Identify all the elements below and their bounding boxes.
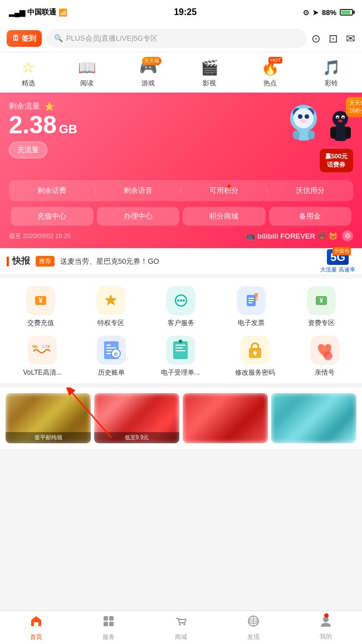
tequan-svg <box>103 293 119 308</box>
data-section: 剩余流量 ⭐ 2.38 GB 充流量 <box>9 101 77 158</box>
service-dianzi[interactable]: 电子受理单... <box>161 336 200 377</box>
location-nav-icon[interactable]: ⊙ <box>311 32 321 45</box>
service-grid-1: ¥ 交费充值 特权专区 <box>0 286 362 328</box>
service-kehu[interactable]: 客户服务 <box>167 286 195 328</box>
mine-badge <box>324 613 329 618</box>
tab-yingshi-label: 影视 <box>203 79 216 88</box>
bnav-shop-label: 商城 <box>175 633 187 641</box>
yingshi-icon: 🎬 <box>200 59 218 76</box>
service-section: ¥ 交费充值 特权专区 <box>0 278 362 383</box>
settings-button[interactable]: ⚙ <box>342 230 353 241</box>
action-backup-funds[interactable]: 备用金 <box>269 207 352 226</box>
svg-text:¥: ¥ <box>320 297 324 304</box>
service-mima[interactable]: 修改服务密码 <box>235 336 275 377</box>
svg-text:⏱: ⏱ <box>114 352 118 357</box>
wifi-icon: 📶 <box>58 8 67 17</box>
banner-date: 截至 2020/09/02 19:25 <box>9 232 71 240</box>
service-tequan[interactable]: 特权专区 <box>96 286 125 328</box>
points-badge: 天天领16积分 <box>346 97 362 117</box>
service-lishizhangdan[interactable]: ⏱ 历史账单 <box>97 336 126 377</box>
fiveg-area[interactable]: 5G 升级包 大流量 高速率 <box>320 249 355 274</box>
tab-youxi[interactable]: 🎮天天领 游戏 <box>139 59 157 88</box>
svg-rect-48 <box>175 347 183 348</box>
service-jiaofei[interactable]: ¥ 交费充值 <box>26 286 55 328</box>
bnav-home[interactable]: 首页 <box>19 614 53 641</box>
banner-bottom-icons: 剩余话费 剩余语音 可用积分 沃信用分 <box>9 180 353 201</box>
mima-svg <box>241 336 270 365</box>
banner-bottom-2[interactable]: 剩余语音 <box>95 186 182 196</box>
card-item-1[interactable]: 签平邮纯领 <box>6 393 91 443</box>
card-item-2[interactable]: 低至9.9元 <box>94 393 179 443</box>
svg-point-25 <box>183 299 185 302</box>
svg-text:¥: ¥ <box>39 297 43 304</box>
search-icon: 🔍 <box>54 34 63 42</box>
action-points-shop[interactable]: 积分商城 <box>183 207 266 226</box>
svg-rect-27 <box>248 298 254 299</box>
data-number: 2.38 <box>9 112 57 138</box>
nav-icons: ⊙ ⊡ ✉ <box>311 32 355 45</box>
banner-right: 天天领16积分 赢500元话费券 <box>283 101 353 172</box>
tab-yingshi[interactable]: 🎬 影视 <box>200 59 218 88</box>
svg-text:LTE: LTE <box>42 344 51 349</box>
banner-bottom-1[interactable]: 剩余话费 <box>9 186 95 196</box>
bnav-discover[interactable]: 发现 <box>237 614 270 641</box>
service-fapiao[interactable]: 发 票 电子发票 <box>237 286 266 328</box>
bilibili-icon: 📺 <box>246 232 255 240</box>
bear-icon: 🐻 <box>317 232 326 240</box>
carrier-name: 中国联通 <box>27 7 56 17</box>
recharge-button[interactable]: 充流量 <box>9 142 47 158</box>
service-grid-2: Vo LTE VoLTE高清... <box>0 336 362 377</box>
scan-icon[interactable]: ⊡ <box>329 32 338 45</box>
tab-yuedu[interactable]: 📖 阅读 <box>78 59 96 88</box>
qinqing-label: 亲情号 <box>315 368 335 377</box>
sign-in-label: 签到 <box>22 34 36 42</box>
svg-rect-49 <box>175 350 185 351</box>
svg-rect-39 <box>106 345 111 346</box>
signal-icon: ▂▄▆ <box>9 8 25 17</box>
data-label: 剩余流量 ⭐ <box>9 101 77 112</box>
tab-jingxuan[interactable]: ☆ 精选 <box>22 59 35 88</box>
bnav-shop[interactable]: 商城 <box>164 614 198 641</box>
svg-rect-18 <box>345 127 351 139</box>
bnav-discover-label: 发现 <box>247 633 260 641</box>
news-bar: 快报 推荐 送麦当劳、星巴克50元券！GO 5G 升级包 大流量 高速率 <box>0 248 362 274</box>
service-qinqing[interactable]: 亲情号 <box>310 336 339 377</box>
card-item-3[interactable] <box>183 393 268 443</box>
banner-footer-right: 📺 bilibili FOREVER 🐻 🐱 ⚙ <box>246 230 353 241</box>
message-icon[interactable]: ✉ <box>346 32 355 45</box>
home-icon <box>29 614 43 632</box>
svg-marker-21 <box>105 294 117 306</box>
zifei-label: 资费专区 <box>308 318 335 328</box>
banner-bottom-4[interactable]: 沃信用分 <box>267 186 354 196</box>
search-bar[interactable]: 🔍 PLUS会员|直播LIVE|5G专区 <box>46 29 307 48</box>
mima-label: 修改服务密码 <box>235 368 275 377</box>
bnav-services[interactable]: 服务 <box>92 614 125 641</box>
tab-redian[interactable]: 🔥HOT 热点 <box>261 59 279 88</box>
card-item-4[interactable] <box>271 393 356 443</box>
tab-jingxuan-label: 精选 <box>22 79 35 88</box>
service-zifei[interactable]: ¥ 资费专区 <box>307 286 336 328</box>
news-tag: 推荐 <box>36 256 55 267</box>
bnav-home-label: 首页 <box>30 633 42 641</box>
fapiao-svg: 发 票 <box>243 293 259 308</box>
banner-bottom-3[interactable]: 可用积分 <box>181 186 267 196</box>
bnav-mine[interactable]: 我的 <box>309 614 343 641</box>
content-cards: 签平邮纯领 低至9.9元 <box>0 388 362 449</box>
service-volte[interactable]: Vo LTE VoLTE高清... <box>23 336 61 377</box>
volte-icon: Vo LTE <box>28 336 57 365</box>
location-icon: ⊙ <box>303 8 309 17</box>
main-tabs: ☆ 精选 📖 阅读 🎮天天领 游戏 🎬 影视 🔥HOT 热点 🎵 彩铃 <box>0 52 362 93</box>
lishi-icon: ⏱ <box>97 336 126 365</box>
tequan-icon <box>96 286 125 315</box>
action-recharge[interactable]: 充值中心 <box>11 207 94 226</box>
tab-cailing[interactable]: 🎵 彩铃 <box>322 59 340 88</box>
dianzi-svg <box>166 336 195 365</box>
lishi-label: 历史账单 <box>98 368 125 377</box>
kehu-svg <box>173 293 189 308</box>
svg-point-13 <box>337 117 339 119</box>
cat-icon: 🐱 <box>329 232 337 240</box>
sign-in-button[interactable]: 🗓 签到 <box>7 30 42 47</box>
news-text[interactable]: 送麦当劳、星巴克50元券！GO <box>60 256 315 267</box>
action-service[interactable]: 办理中心 <box>97 207 180 226</box>
svg-text:Vo: Vo <box>32 344 38 349</box>
